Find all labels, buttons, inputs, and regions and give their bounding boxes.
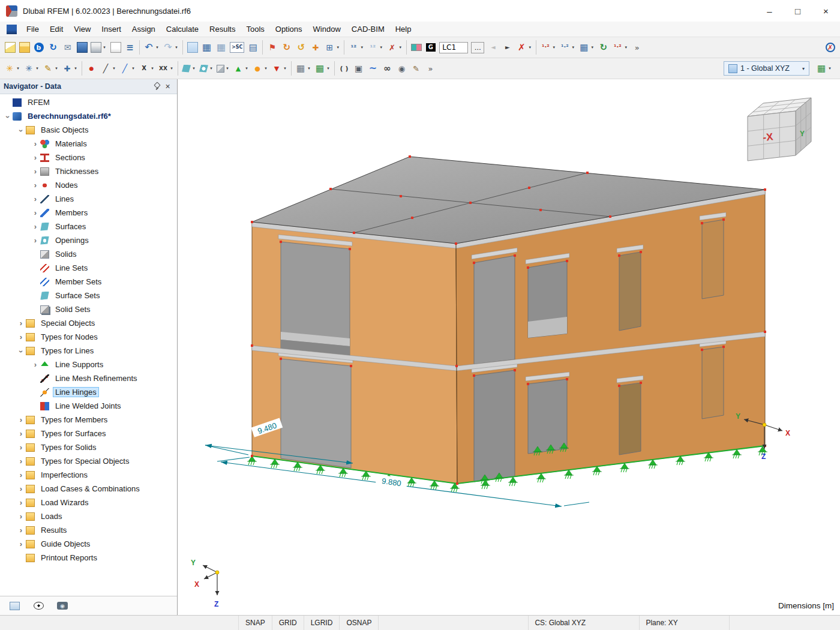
expand-chevron-icon[interactable]: › <box>17 347 26 356</box>
tree-item-lines[interactable]: › Lines <box>0 192 177 206</box>
expand-chevron-icon[interactable]: › <box>17 498 25 507</box>
menu-item[interactable]: Help <box>390 22 417 37</box>
menu-item[interactable]: Insert <box>96 22 127 37</box>
tree-item-guide-objects[interactable]: › Guide Objects <box>0 537 177 551</box>
tree-item-special-objects[interactable]: › Special Objects <box>0 316 177 330</box>
rendering-button[interactable]: ∞ <box>380 61 394 77</box>
bim-cloud-button[interactable]: b <box>32 40 46 56</box>
print-button[interactable]: ▾ <box>89 40 108 56</box>
menu-item[interactable]: Results <box>204 22 241 37</box>
expand-chevron-icon[interactable]: › <box>17 484 25 493</box>
tree-item-surfaces[interactable]: › Surfaces <box>0 220 177 233</box>
select-special-button[interactable]: ✳ ▾ <box>22 61 41 77</box>
tree-item-line-hinges[interactable]: Line Hinges <box>0 385 177 399</box>
expand-chevron-icon[interactable]: › <box>31 153 40 162</box>
load-case-next-button[interactable]: ► <box>500 40 514 56</box>
delete-numbering-button[interactable]: ✗ ▾ <box>385 40 404 56</box>
load-case-color-swatch[interactable] <box>409 40 423 56</box>
status-toggle[interactable]: SNAP <box>239 616 272 630</box>
mesh-settings-button[interactable]: ▦ ▾ <box>313 61 332 77</box>
tree-item-rfem[interactable]: RFEM <box>0 95 177 109</box>
delete-load-case-button[interactable]: ✗ ▾ <box>515 40 533 56</box>
undo-button[interactable]: ↶ ▾ <box>142 40 161 56</box>
tree-item-openings[interactable]: › Openings <box>0 233 177 247</box>
tree-item-load-wizards[interactable]: › Load Wizards <box>0 496 177 509</box>
expand-chevron-icon[interactable]: › <box>17 512 25 521</box>
expand-chevron-icon[interactable]: › <box>31 139 40 148</box>
regenerate-button[interactable]: ↻ <box>596 40 610 56</box>
tree-item-line-supports[interactable]: › Line Supports <box>0 358 177 371</box>
menu-item[interactable]: Options <box>270 22 308 37</box>
expand-chevron-icon[interactable]: › <box>17 443 25 452</box>
redo-button[interactable]: ↷ ▾ <box>161 40 180 56</box>
status-toggle[interactable]: GRID <box>272 616 304 630</box>
new-solid-button[interactable]: ▾ <box>215 61 231 77</box>
new-hinge-button[interactable]: ● ▾ <box>251 61 269 77</box>
navigator-close-button[interactable]: × <box>162 81 173 92</box>
tree-item-types-for-surfaces[interactable]: › Types for Surfaces <box>0 427 177 440</box>
edit-button[interactable]: ✎ ▾ <box>41 61 60 77</box>
toolbar-overflow-2-button[interactable]: » <box>424 61 437 77</box>
rotate-view-button[interactable]: ↻ <box>280 40 293 56</box>
tree-item-members[interactable]: › Members <box>0 206 177 220</box>
move-copy-button[interactable]: ✚ ▾ <box>61 61 79 77</box>
close-button[interactable]: × <box>812 0 840 22</box>
zoom-all-button[interactable]: ↺ <box>294 40 308 56</box>
view-cube[interactable]: -X Y <box>748 98 811 161</box>
menu-item[interactable]: View <box>68 22 96 37</box>
expand-chevron-icon[interactable]: › <box>31 194 40 203</box>
tree-item-solid-sets[interactable]: Solid Sets <box>0 302 177 316</box>
menu-item[interactable]: Edit <box>44 22 68 37</box>
status-toggle[interactable]: OSNAP <box>340 616 379 630</box>
expand-chevron-icon[interactable]: › <box>17 415 25 424</box>
import-mail-button[interactable]: ✉ <box>61 40 74 56</box>
tree-item-surface-sets[interactable]: Surface Sets <box>0 289 177 302</box>
node-coordinates-button[interactable]: X ▾ <box>137 61 156 77</box>
pin-button[interactable] <box>151 81 162 92</box>
expand-chevron-icon[interactable]: › <box>31 360 40 369</box>
expand-chevron-icon[interactable]: › <box>31 236 40 245</box>
renumber-options-button[interactable]: ¹² ▾ <box>366 40 385 56</box>
menu-item[interactable]: Window <box>308 22 346 37</box>
new-opening-button[interactable]: ▾ <box>198 61 215 77</box>
menu-item[interactable]: Calculate <box>161 22 204 37</box>
tree-item-member-sets[interactable]: Member Sets <box>0 275 177 289</box>
printout-report-button[interactable]: ≡ <box>123 40 137 56</box>
tree-item-sections[interactable]: › Sections <box>0 151 177 164</box>
save-button[interactable] <box>75 40 89 56</box>
member-orientation-button[interactable]: XX ▾ <box>157 61 175 77</box>
tree-item-types-for-members[interactable]: › Types for Members <box>0 413 177 427</box>
table-tools-button[interactable]: ▦ <box>214 40 228 56</box>
tree-item-loads[interactable]: › Loads <box>0 509 177 523</box>
camera-view-button[interactable]: ◉ <box>55 599 70 613</box>
menu-item[interactable]: Assign <box>127 22 161 37</box>
result-diagram-button[interactable]: ~ <box>366 61 380 77</box>
status-toggle[interactable]: LGRID <box>304 616 340 630</box>
load-case-select[interactable]: LC1 <box>438 40 469 56</box>
new-member-button[interactable]: ╱ ▾ <box>118 61 137 77</box>
tree-item-solids[interactable]: Solids <box>0 247 177 261</box>
expand-chevron-icon[interactable]: › <box>31 167 40 176</box>
coordinate-system-select[interactable]: 1 - Global XYZ ▾ <box>724 61 809 76</box>
new-support-button[interactable]: ▲ ▾ <box>232 61 250 77</box>
visibility-eye-button[interactable] <box>31 599 46 613</box>
expand-chevron-icon[interactable]: › <box>17 539 25 548</box>
load-case-prev-button[interactable]: ◄ <box>486 40 500 56</box>
new-node-button[interactable]: ● <box>85 61 98 77</box>
tables-toggle-button[interactable]: ▦ <box>200 40 214 56</box>
expand-chevron-icon[interactable]: › <box>17 470 25 479</box>
toolbar-overflow-button[interactable]: » <box>630 40 644 56</box>
tree-item-nodes[interactable]: › Nodes <box>0 178 177 192</box>
pan-view-button[interactable]: ✚ <box>308 40 322 56</box>
expand-chevron-icon[interactable]: › <box>31 181 40 190</box>
renumber-button[interactable]: ¹² ▾ <box>347 40 365 56</box>
tree-item-basic-objects[interactable]: › Basic Objects <box>0 123 177 137</box>
mesh-button[interactable]: ▦ ▾ <box>294 61 313 77</box>
clipping-planes-button[interactable]: ( ) <box>337 61 351 77</box>
tree-item-results[interactable]: › Results <box>0 523 177 537</box>
maximize-button[interactable]: □ <box>784 0 812 22</box>
measure-button[interactable]: ✎ <box>409 61 423 77</box>
table-sync-button[interactable]: ▦ ▾ <box>577 40 596 56</box>
new-window-button[interactable]: ⊞ ▾ <box>323 40 341 56</box>
tree-item-types-for-special-objects[interactable]: › Types for Special Objects <box>0 454 177 468</box>
